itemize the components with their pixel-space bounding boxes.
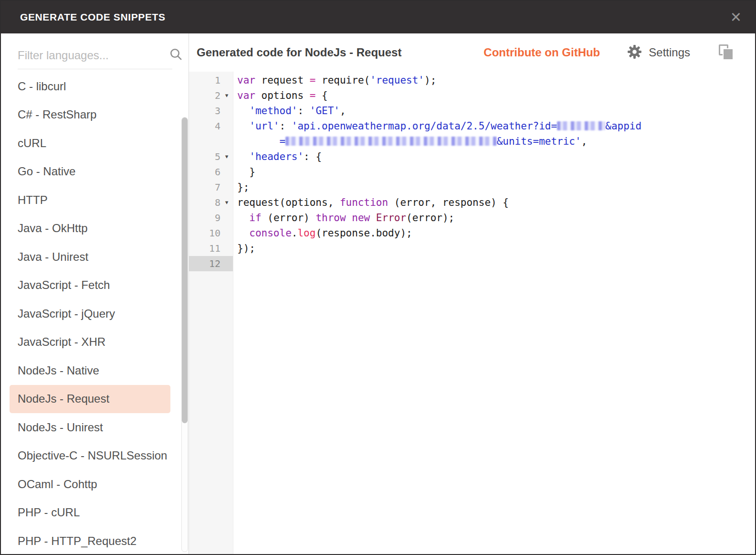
code-panel: Generated code for NodeJs - Request Cont… <box>189 33 755 554</box>
sidebar-item-label: Java - OkHttp <box>18 222 88 235</box>
filter-languages-input[interactable] <box>18 49 166 62</box>
sidebar-item-curl[interactable]: cURL <box>1 129 189 158</box>
code-token: = <box>310 90 316 101</box>
gutter-line-5: 5▾ <box>189 149 233 164</box>
gutter-line-8: 8▾ <box>189 195 233 210</box>
line-number: 4 <box>215 118 220 134</box>
code-token: : { <box>304 151 322 162</box>
code-token: (error); <box>406 212 454 224</box>
fold-spacer <box>220 225 233 241</box>
gutter-line-12: 12 <box>189 256 233 271</box>
code-token: 'headers' <box>249 151 304 162</box>
code-editor[interactable]: 1var request = require('request');2▾var … <box>189 72 755 554</box>
fold-spacer <box>220 73 233 88</box>
fold-arrow-icon[interactable]: ▾ <box>220 195 233 210</box>
gear-icon <box>627 44 642 62</box>
settings-button[interactable]: Settings <box>627 44 690 62</box>
code-text: 'method': 'GET', <box>233 103 755 118</box>
sidebar-item-label: C - libcurl <box>18 80 66 93</box>
code-token: log <box>297 227 315 239</box>
sidebar-item-label: OCaml - Cohttp <box>18 478 97 491</box>
code-line-12[interactable]: 12 <box>189 256 755 271</box>
code-token <box>237 120 249 132</box>
code-text: }); <box>233 241 755 256</box>
sidebar-item-ocaml-cohttp[interactable]: OCaml - Cohttp <box>1 470 189 499</box>
code-token <box>370 212 376 224</box>
line-number: 3 <box>215 103 220 118</box>
sidebar-item-nodejs-unirest[interactable]: NodeJs - Unirest <box>1 413 189 442</box>
code-line-10[interactable]: 10 console.log(response.body); <box>189 225 755 241</box>
fold-arrow-icon[interactable]: ▾ <box>220 88 233 103</box>
fold-arrow-icon[interactable]: ▾ <box>220 149 233 164</box>
copy-code-button[interactable] <box>719 44 734 61</box>
sidebar-item-http[interactable]: HTTP <box>1 186 189 214</box>
code-token <box>237 212 249 224</box>
sidebar-scrollbar-track[interactable] <box>181 117 188 552</box>
code-token: require( <box>315 75 370 86</box>
sidebar-item-label: Java - Unirest <box>18 250 88 264</box>
code-token: request(options, <box>237 197 340 208</box>
sidebar-item-javascript-jquery[interactable]: JavaScript - jQuery <box>1 299 189 328</box>
code-text: if (error) throw new Error(error); <box>233 210 755 225</box>
code-line-7[interactable]: 7}; <box>189 180 755 195</box>
gutter-line-3: 3 <box>189 103 233 118</box>
line-number: 7 <box>215 180 220 195</box>
code-text: }; <box>233 180 755 195</box>
code-token: new <box>352 212 370 224</box>
sidebar-item-java-okhttp[interactable]: Java - OkHttp <box>1 214 189 243</box>
code-line-5[interactable]: 5▾ 'headers': { <box>189 149 755 164</box>
gutter-line-9: 9 <box>189 210 233 225</box>
code-line-8[interactable]: 8▾request(options, function (error, resp… <box>189 195 755 210</box>
generated-code-title: Generated code for NodeJs - Request <box>197 46 483 59</box>
code-token: = <box>237 136 285 147</box>
fold-spacer <box>220 103 233 118</box>
code-line-6[interactable]: 6 } <box>189 164 755 180</box>
sidebar-item-c-libcurl[interactable]: C - libcurl <box>1 72 189 101</box>
code-line-11[interactable]: 11}); <box>189 241 755 256</box>
line-number: 6 <box>215 164 220 180</box>
close-icon[interactable]: ✕ <box>730 11 742 24</box>
code-line-1[interactable]: 1var request = require('request'); <box>189 73 755 88</box>
sidebar-item-label: JavaScript - jQuery <box>18 307 115 320</box>
code-token: ); <box>424 75 436 86</box>
code-line-2[interactable]: 2▾var options = { <box>189 88 755 103</box>
sidebar-scrollbar-thumb[interactable] <box>182 117 188 423</box>
code-token: request <box>255 75 310 86</box>
fold-spacer <box>220 180 233 195</box>
sidebar-item-java-unirest[interactable]: Java - Unirest <box>1 243 189 271</box>
code-token: options <box>255 90 310 101</box>
sidebar-item-objective-c-nsurlsession[interactable]: Objective-C - NSURLSession <box>1 442 189 470</box>
sidebar-item-javascript-xhr[interactable]: JavaScript - XHR <box>1 328 189 357</box>
code-token: } <box>237 166 255 178</box>
code-token: console <box>249 227 292 239</box>
code-line-4[interactable]: 4 'url': 'api.openweathermap.org/data/2.… <box>189 118 755 149</box>
code-token <box>346 212 352 224</box>
sidebar-item-php-curl[interactable]: PHP - cURL <box>1 499 189 527</box>
code-text: request(options, function (error, respon… <box>233 195 755 210</box>
gutter-line-10: 10 <box>189 225 233 241</box>
sidebar-item-nodejs-native[interactable]: NodeJs - Native <box>1 356 189 385</box>
line-number: 10 <box>209 225 220 241</box>
code-token: &units=metric' <box>497 136 581 147</box>
code-token: 'request' <box>370 75 424 86</box>
code-token: : <box>280 120 292 132</box>
sidebar-item-c-restsharp[interactable]: C# - RestSharp <box>1 101 189 129</box>
fold-spacer <box>220 118 233 134</box>
code-line-9[interactable]: 9 if (error) throw new Error(error); <box>189 210 755 225</box>
sidebar-item-javascript-fetch[interactable]: JavaScript - Fetch <box>1 271 189 300</box>
gutter-line-7: 7 <box>189 180 233 195</box>
code-text: var options = { <box>233 88 755 103</box>
contribute-on-github-link[interactable]: Contribute on GitHub <box>483 46 600 59</box>
code-token: (error) <box>262 212 316 224</box>
sidebar-item-nodejs-request[interactable]: NodeJs - Request <box>10 385 170 414</box>
gutter-line-1: 1 <box>189 73 233 88</box>
code-token: = <box>310 75 316 86</box>
sidebar-item-php-http-request2[interactable]: PHP - HTTP_Request2 <box>1 527 189 554</box>
code-token: function <box>340 197 388 208</box>
code-line-3[interactable]: 3 'method': 'GET', <box>189 103 755 118</box>
code-token: 'GET' <box>310 105 340 117</box>
gutter-line-2: 2▾ <box>189 88 233 103</box>
code-token: var <box>237 90 255 101</box>
sidebar-item-go-native[interactable]: Go - Native <box>1 158 189 186</box>
dialog-title: GENERATE CODE SNIPPETS <box>20 11 166 23</box>
